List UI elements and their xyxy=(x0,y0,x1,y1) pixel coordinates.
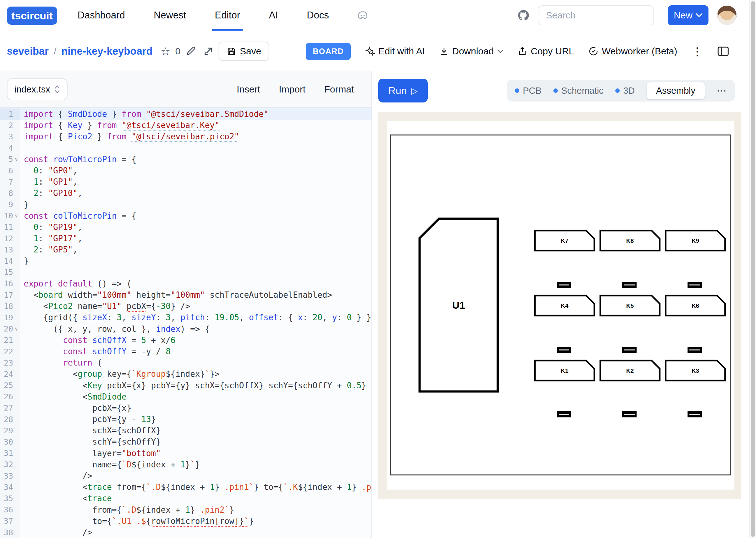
gutter-line-11: 11 xyxy=(0,222,20,233)
project-toolbar: seveibar / nine-key-keyboard ☆ 0 Save BO… xyxy=(0,32,749,71)
fold-arrow-icon[interactable]: ∨ xyxy=(13,326,19,332)
code-line-35: 35 <trace xyxy=(0,493,372,504)
rename-pencil-icon[interactable] xyxy=(185,46,196,57)
gutter-line-3: 3 xyxy=(0,131,20,142)
gutter-line-21: 21 xyxy=(0,335,20,346)
project-actions: BOARD Edit with AI Download Copy URL xyxy=(306,32,729,71)
tab-pcb[interactable]: PCB xyxy=(515,85,542,96)
code-line-14: 14} xyxy=(0,255,372,266)
run-button[interactable]: Run ▷ xyxy=(378,79,428,102)
board-badge[interactable]: BOARD xyxy=(306,43,350,60)
code-line-28: 28 pcbY={y - 13} xyxy=(0,414,372,425)
copy-url-button[interactable]: Copy URL xyxy=(518,46,574,57)
gutter-line-14: 14 xyxy=(0,255,20,266)
code-text: layer="bottom" xyxy=(20,448,372,459)
line-number: 2 xyxy=(0,121,13,130)
toggle-panel-icon[interactable] xyxy=(717,46,729,57)
code-line-4: 4 xyxy=(0,142,372,154)
nav-link-docs[interactable]: Docs xyxy=(304,0,331,30)
line-number: 34 xyxy=(0,483,13,492)
code-text: return ( xyxy=(20,357,372,368)
user-avatar[interactable] xyxy=(717,6,737,25)
tab-label: Schematic xyxy=(561,85,604,96)
search-input[interactable] xyxy=(538,5,654,25)
code-text: to={`.U1 .${rowToMicroPin[row]}`} xyxy=(20,515,372,527)
fold-arrow-icon[interactable]: ∨ xyxy=(13,156,19,162)
navbar-right: New xyxy=(517,0,737,30)
gutter-line-7: 7 xyxy=(0,176,20,188)
code-text xyxy=(20,142,372,154)
editor-menu-insert[interactable]: Insert xyxy=(237,84,260,95)
editor-menu-format[interactable]: Format xyxy=(324,84,354,95)
save-button-label: Save xyxy=(240,46,261,57)
code-text xyxy=(20,267,372,278)
tab-label: 3D xyxy=(623,85,635,96)
breadcrumb-owner-link[interactable]: seveibar xyxy=(7,45,49,57)
code-line-11: 11 0: "GP19", xyxy=(0,222,372,233)
download-label: Download xyxy=(452,46,494,57)
editor-menu: InsertImportFormat xyxy=(237,71,354,107)
code-line-26: 26 <SmdDiode xyxy=(0,391,372,403)
code-line-1: 1import { SmdDiode } from "@tsci/seveiba… xyxy=(0,108,372,120)
gutter-line-1: 1 xyxy=(0,108,20,120)
code-line-31: 31 layer="bottom" xyxy=(0,448,372,459)
discord-icon[interactable] xyxy=(355,0,370,30)
save-button[interactable]: Save xyxy=(218,41,269,61)
code-line-19: 19 {grid({ sizeX: 3, sizeY: 3, pitch: 19… xyxy=(0,312,372,323)
gutter-line-8: 8 xyxy=(0,188,20,199)
nav-link-dashboard[interactable]: Dashboard xyxy=(75,0,128,30)
code-area[interactable]: 1import { SmdDiode } from "@tsci/seveiba… xyxy=(0,108,372,538)
github-icon[interactable] xyxy=(517,9,530,22)
code-text: <board width="100mm" height="100mm" schT… xyxy=(20,289,372,300)
line-number: 4 xyxy=(0,143,13,152)
key-label-k7: K7 xyxy=(561,238,568,244)
line-number: 13 xyxy=(0,245,13,254)
fold-arrow-icon[interactable]: ∨ xyxy=(13,213,19,219)
webworker-toggle[interactable]: Webworker (Beta) xyxy=(588,46,677,57)
edit-with-ai-button[interactable]: Edit with AI xyxy=(365,46,425,57)
code-line-15: 15 xyxy=(0,267,372,278)
code-line-29: 29 schX={schOffX} xyxy=(0,425,372,436)
scrollbar-thumb[interactable] xyxy=(751,1,755,537)
nav-link-ai[interactable]: AI xyxy=(266,0,280,30)
code-text: {grid({ sizeX: 3, sizeY: 3, pitch: 19.05… xyxy=(20,312,372,323)
file-name: index.tsx xyxy=(14,84,50,95)
editor-menu-import[interactable]: Import xyxy=(279,84,306,95)
nav-link-newest[interactable]: Newest xyxy=(151,0,189,30)
assembly-viewport[interactable]: U1K7K8K9K4K5K6K1K2K3 xyxy=(378,112,741,499)
file-selector[interactable]: index.tsx xyxy=(7,79,68,100)
tab-schematic[interactable]: Schematic xyxy=(553,85,604,96)
code-line-33: 33 /> xyxy=(0,470,372,481)
gutter-line-17: 17 xyxy=(0,289,20,300)
download-button[interactable]: Download xyxy=(439,46,503,57)
code-text: import { SmdDiode } from "@tsci/seveibar… xyxy=(20,108,372,120)
key-label-k2: K2 xyxy=(626,367,634,374)
line-number: 24 xyxy=(0,370,13,379)
edit-with-ai-label: Edit with AI xyxy=(378,46,425,57)
code-line-23: 23 return ( xyxy=(0,357,372,368)
new-button[interactable]: New xyxy=(668,5,709,25)
line-number: 17 xyxy=(0,291,13,299)
line-number: 19 xyxy=(0,313,13,322)
preview-tabs: PCBSchematic3DAssembly⋯ xyxy=(507,80,735,102)
code-text: <trace from={`.D${index + 1} .pin1`} to=… xyxy=(20,481,372,493)
tab-assembly[interactable]: Assembly xyxy=(647,82,705,99)
key-label-k9: K9 xyxy=(692,238,699,244)
tscircuit-logo[interactable]: tscircuit xyxy=(7,7,57,25)
gutter-line-12: 12 xyxy=(0,233,20,244)
gutter-line-29: 29 xyxy=(0,425,20,436)
star-icon[interactable]: ☆ xyxy=(161,45,170,58)
gutter-line-23: 23 xyxy=(0,357,20,368)
breadcrumb-project-link[interactable]: nine-key-keyboard xyxy=(61,45,152,57)
tab-3d[interactable]: 3D xyxy=(615,85,635,96)
more-options-kebab-icon[interactable]: ⋮ xyxy=(692,45,703,58)
breadcrumb-separator: / xyxy=(54,46,56,57)
code-text: 0: "GP19", xyxy=(20,222,372,233)
tabs-more-icon[interactable]: ⋯ xyxy=(717,85,727,96)
gutter-line-19: 19 xyxy=(0,312,20,323)
code-line-12: 12 1: "GP17", xyxy=(0,233,372,244)
nav-link-editor[interactable]: Editor xyxy=(212,0,243,30)
code-line-2: 2import { Key } from "@tsci/seveibar.Key… xyxy=(0,120,372,131)
open-external-icon[interactable] xyxy=(203,46,213,57)
page-scrollbar[interactable] xyxy=(749,0,756,538)
